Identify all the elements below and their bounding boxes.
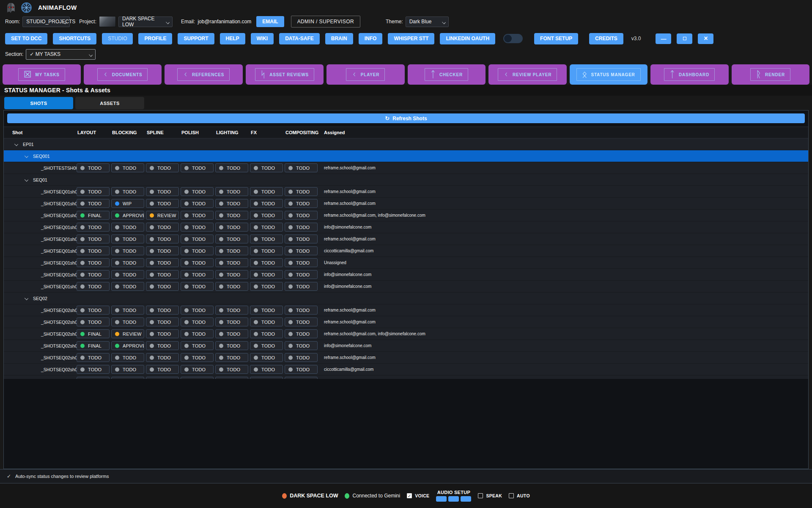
shot-name[interactable]: _SHOTSEQ02sh002 (4, 320, 77, 325)
status-cell-todo[interactable]: TODO (181, 329, 214, 338)
status-cell-todo[interactable]: TODO (215, 377, 248, 379)
shot-name[interactable]: _SHOTSEQ01sh009 (4, 284, 77, 289)
chevron-down-icon[interactable] (14, 142, 18, 146)
toolbar-button-brain[interactable]: BRAIN (325, 33, 353, 44)
nav-tab-render[interactable]: ᚱRENDER (732, 64, 810, 85)
status-cell-todo[interactable]: TODO (77, 258, 110, 267)
project-select[interactable]: DARK SPACE LOW (118, 17, 173, 27)
section-select[interactable]: ✓ MY TASKS (26, 49, 96, 60)
status-cell-final[interactable]: FINAL (77, 341, 110, 350)
chevron-down-icon[interactable] (25, 154, 28, 158)
status-cell-todo[interactable]: TODO (250, 377, 283, 379)
nav-tab-my-tasks[interactable]: ☒MY TASKS (3, 64, 81, 85)
close-button[interactable]: × (698, 33, 713, 44)
shot-name[interactable]: _SHOTSEQ01sh001 (4, 189, 77, 194)
status-cell-todo[interactable]: TODO (146, 246, 179, 255)
status-cell-todo[interactable]: TODO (111, 163, 144, 172)
status-cell-todo[interactable]: TODO (250, 282, 283, 291)
status-cell-todo[interactable]: TODO (181, 223, 214, 232)
refresh-shots-button[interactable]: ↻ Refresh Shots (7, 113, 805, 123)
status-cell-todo[interactable]: TODO (111, 306, 144, 315)
nav-tab-references[interactable]: ᚲREFERENCES (165, 64, 243, 85)
status-cell-todo[interactable]: TODO (111, 365, 144, 374)
status-cell-todo[interactable]: TODO (181, 199, 214, 208)
status-cell-todo[interactable]: TODO (250, 306, 283, 315)
project-thumbnail[interactable] (99, 16, 116, 27)
status-cell-todo[interactable]: TODO (146, 258, 179, 267)
status-cell-todo[interactable]: TODO (181, 318, 214, 326)
status-cell-todo[interactable]: TODO (285, 318, 318, 326)
toolbar-button-studio[interactable]: STUDIO (102, 33, 133, 44)
theme-toggle[interactable] (503, 34, 523, 43)
shot-name[interactable]: _SHOTSEQ01sh008 (4, 272, 77, 277)
status-cell-todo[interactable]: TODO (181, 341, 214, 350)
status-cell-todo[interactable]: TODO (285, 306, 318, 315)
shot-name[interactable]: _SHOTSEQ01sh006 (4, 248, 77, 254)
status-cell-todo[interactable]: TODO (146, 353, 179, 362)
nav-tab-documents[interactable]: ᚲDOCUMENTS (84, 64, 162, 85)
status-cell-todo[interactable]: TODO (215, 306, 248, 315)
status-cell-todo[interactable]: TODO (285, 377, 318, 379)
status-cell-todo[interactable]: TODO (285, 187, 318, 196)
status-cell-todo[interactable]: TODO (215, 199, 248, 208)
status-cell-todo[interactable]: TODO (146, 306, 179, 315)
status-cell-todo[interactable]: TODO (111, 246, 144, 255)
status-cell-todo[interactable]: TODO (285, 365, 318, 374)
status-cell-todo[interactable]: TODO (146, 329, 179, 338)
status-cell-todo[interactable]: TODO (146, 282, 179, 291)
minimize-button[interactable]: — (656, 33, 671, 44)
status-cell-todo[interactable]: TODO (215, 258, 248, 267)
status-cell-todo[interactable]: TODO (111, 377, 144, 379)
status-cell-todo[interactable]: TODO (250, 223, 283, 232)
tree-group-row[interactable]: EP01 (4, 138, 808, 150)
status-cell-todo[interactable]: TODO (146, 318, 179, 326)
shot-name[interactable]: _SHOTSEQ02sh003 (4, 331, 77, 337)
status-cell-final[interactable]: FINAL (77, 329, 110, 338)
status-cell-todo[interactable]: TODO (77, 163, 110, 172)
shot-name[interactable]: _SHOTSEQ02sh001 (4, 308, 77, 313)
status-cell-todo[interactable]: TODO (146, 187, 179, 196)
tree-group-row[interactable]: SEQ01 (4, 174, 808, 186)
status-cell-todo[interactable]: TODO (181, 282, 214, 291)
status-cell-todo[interactable]: TODO (111, 353, 144, 362)
status-cell-todo[interactable]: TODO (250, 270, 283, 279)
status-cell-todo[interactable]: TODO (77, 187, 110, 196)
status-cell-todo[interactable]: TODO (181, 246, 214, 255)
nav-tab-checker[interactable]: ᛏCHECKER (408, 64, 486, 85)
status-cell-todo[interactable]: TODO (111, 282, 144, 291)
status-cell-todo[interactable]: TODO (111, 187, 144, 196)
status-cell-todo[interactable]: TODO (250, 187, 283, 196)
status-cell-todo[interactable]: TODO (111, 270, 144, 279)
toolbar-button-help[interactable]: HELP (220, 33, 245, 44)
status-cell-todo[interactable]: TODO (77, 353, 110, 362)
shot-name[interactable]: _SHOTSEQ01sh003 (4, 213, 77, 218)
status-cell-todo[interactable]: TODO (146, 270, 179, 279)
status-cell-todo[interactable]: TODO (77, 235, 110, 243)
status-cell-todo[interactable]: TODO (250, 329, 283, 338)
status-cell-todo[interactable]: TODO (285, 353, 318, 362)
shot-name[interactable]: _SHOTTESTSH001 (4, 166, 77, 171)
chevron-down-icon[interactable] (25, 296, 28, 300)
status-cell-todo[interactable]: TODO (181, 270, 214, 279)
shot-name[interactable]: _SHOTSEQ01sh005 (4, 237, 77, 242)
status-cell-todo[interactable]: TODO (146, 163, 179, 172)
toolbar-button-linkedin-oauth[interactable]: LINKEDIN OAUTH (440, 33, 495, 44)
status-cell-todo[interactable]: TODO (181, 353, 214, 362)
shot-name[interactable]: _SHOTSEQ01sh004 (4, 225, 77, 230)
status-cell-todo[interactable]: TODO (215, 187, 248, 196)
toolbar-button-credits[interactable]: CREDITS (589, 33, 623, 44)
status-cell-todo[interactable]: TODO (77, 246, 110, 255)
status-cell-todo[interactable]: TODO (250, 258, 283, 267)
status-cell-todo[interactable]: TODO (250, 246, 283, 255)
status-cell-todo[interactable]: TODO (215, 223, 248, 232)
status-cell-todo[interactable]: TODO (215, 235, 248, 243)
toolbar-button-shortcuts[interactable]: SHORTCUTS (53, 33, 96, 44)
status-cell-todo[interactable]: TODO (215, 365, 248, 374)
status-cell-todo[interactable]: TODO (285, 163, 318, 172)
toolbar-button-data-safe[interactable]: DATA-SAFE (279, 33, 320, 44)
autosync-checkbox[interactable]: ✓ (7, 473, 11, 479)
status-cell-todo[interactable]: TODO (215, 211, 248, 220)
status-cell-todo[interactable]: TODO (285, 270, 318, 279)
auto-checkbox[interactable] (509, 493, 514, 498)
status-cell-approved[interactable]: APPROVED (111, 341, 144, 350)
